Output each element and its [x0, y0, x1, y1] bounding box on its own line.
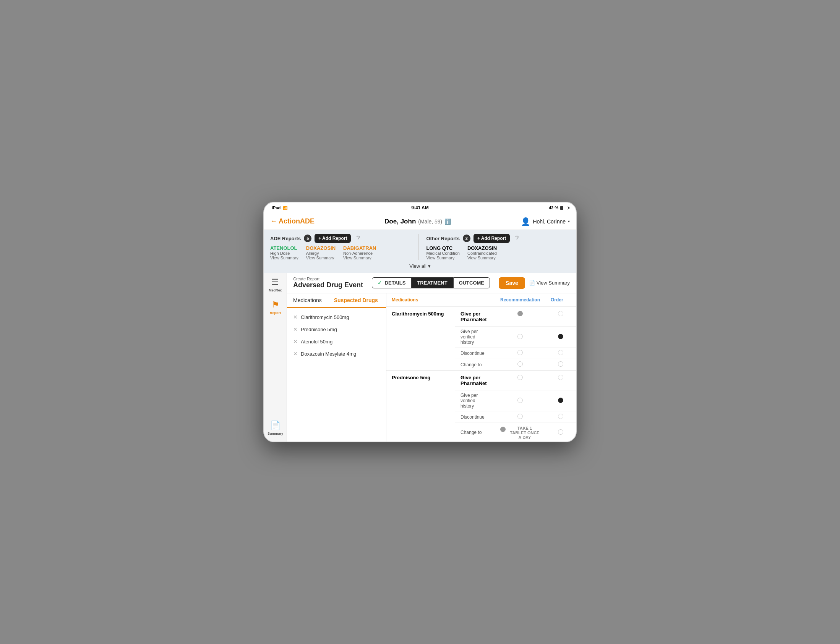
rec-radio-cell	[495, 411, 545, 423]
option-label: Change to	[455, 423, 495, 442]
back-arrow-icon: ←	[270, 217, 277, 225]
order-radio-cell	[545, 390, 576, 411]
report-header: Create Report Adversed Drug Event ✓ DETA…	[287, 273, 576, 293]
drug-name-atenolol: ATENOLOL	[270, 245, 298, 251]
treatment-table: Medications Recommmedation Order Clarith…	[386, 293, 576, 442]
battery-percent: 42 %	[549, 205, 558, 210]
rec-radio[interactable]	[517, 375, 523, 380]
list-item: ATENOLOL High Dose View Summary	[270, 245, 298, 260]
report-panel: Create Report Adversed Drug Event ✓ DETA…	[287, 273, 576, 442]
order-radio[interactable]	[558, 334, 563, 339]
tab-treatment-label: TREATMENT	[417, 280, 447, 286]
view-summary-link[interactable]: View Summary	[343, 256, 376, 260]
list-item: ✕ Doxazosin Mesylate 4mg	[287, 348, 386, 360]
tab-outcome-label: OUTCOME	[459, 280, 484, 286]
order-radio[interactable]	[558, 429, 563, 435]
med-name: Clarithromycin 500mg	[301, 314, 349, 320]
order-radio[interactable]	[558, 361, 563, 367]
view-summary-link[interactable]: View Summary	[468, 256, 497, 260]
tab-details[interactable]: ✓ DETAILS	[372, 277, 411, 288]
app-header: ← ActionADE Doe, John (Male, 59) ℹ️ 👤 Ho…	[264, 213, 576, 230]
list-item: DOXAZOSIN Contraindicated View Summary	[468, 245, 497, 260]
sidebar-item-report[interactable]: ⚑ Report	[270, 300, 281, 315]
view-summary-link[interactable]: View Summary	[270, 256, 298, 260]
list-item: LONG QTC Medical Condition View Summary	[427, 245, 460, 260]
order-radio-cell	[545, 307, 576, 327]
ade-reports-list: ATENOLOL High Dose View Summary DOXAZOSI…	[270, 245, 411, 260]
rec-radio-cell	[495, 390, 545, 411]
tab-outcome[interactable]: OUTCOME	[453, 277, 490, 288]
view-summary-link[interactable]: View Summary	[427, 256, 460, 260]
user-menu[interactable]: 👤 Hohl, Corinne ▾	[521, 217, 570, 226]
remove-med-button[interactable]: ✕	[293, 314, 298, 320]
view-all-chevron-icon: ▾	[428, 263, 431, 269]
other-reports-section: Other Reports 2 + Add Report ? LONG QTC …	[423, 234, 570, 260]
rec-radio-cell	[495, 348, 545, 359]
add-other-report-button[interactable]: + Add Report	[473, 234, 510, 243]
sidebar-item-medrec[interactable]: ☰ MedRec	[268, 277, 282, 292]
sidebar-report-label: Report	[270, 311, 281, 315]
ade-badge: 5	[304, 235, 311, 242]
other-reports-list: LONG QTC Medical Condition View Summary …	[427, 245, 567, 260]
order-radio[interactable]	[558, 375, 563, 380]
chevron-down-icon: ▾	[568, 219, 570, 223]
change-to-text: TAKE 1 TABLET ONCE A DAY	[509, 426, 540, 440]
rec-radio[interactable]	[517, 334, 523, 339]
option-label: Give per PharmaNet	[455, 307, 495, 327]
order-radio[interactable]	[558, 414, 563, 419]
other-help-icon[interactable]: ?	[515, 235, 519, 242]
med-tabs: Medications Suspected Drugs	[287, 293, 386, 308]
view-summary-button[interactable]: 📄 View Summary	[529, 280, 570, 286]
list-item: DABIGATRAN Non-Adherence View Summary	[343, 245, 376, 260]
other-section-header: Other Reports 2 + Add Report ?	[427, 234, 567, 243]
medrec-icon: ☰	[271, 277, 279, 287]
drug-row-clarithromycin: Clarithromycin 500mg Give per PharmaNet	[386, 307, 576, 327]
rec-radio[interactable]	[517, 398, 523, 403]
tab-details-label: DETAILS	[385, 280, 406, 286]
tab-suspected-drugs[interactable]: Suspected Drugs	[328, 293, 384, 308]
remove-med-button[interactable]: ✕	[293, 338, 298, 345]
check-icon: ✓	[377, 280, 382, 286]
back-button[interactable]: ← ActionADE	[270, 217, 315, 225]
order-radio[interactable]	[558, 311, 563, 316]
tab-treatment[interactable]: TREATMENT	[411, 277, 453, 288]
status-time: 9:41 AM	[411, 205, 429, 210]
add-ade-report-button[interactable]: + Add Report	[315, 234, 351, 243]
remove-med-button[interactable]: ✕	[293, 326, 298, 332]
drug-name-doxazosin2: DOXAZOSIN	[468, 245, 497, 251]
rec-radio-cell	[495, 371, 545, 390]
main-content: ☰ MedRec ⚑ Report 📄 Summary Create Repor…	[264, 273, 576, 442]
view-all-button[interactable]: View all ▾	[270, 263, 570, 269]
status-left: iPad 📶	[272, 205, 287, 210]
order-radio[interactable]	[558, 350, 563, 355]
status-bar: iPad 📶 9:41 AM 42 %	[264, 202, 576, 213]
rec-radio-cell: TAKE 1 TABLET ONCE A DAY	[495, 423, 545, 442]
save-button[interactable]: Save	[499, 277, 525, 289]
ade-reports-section: ADE Reports 5 + Add Report ? ATENOLOL Hi…	[270, 234, 419, 260]
drug-name-cell: Clarithromycin 500mg	[386, 307, 455, 371]
rec-radio[interactable]	[517, 311, 523, 316]
other-section-title: Other Reports	[427, 236, 460, 242]
info-icon[interactable]: ℹ️	[445, 219, 451, 225]
sidebar-item-summary[interactable]: 📄 Summary	[267, 421, 283, 442]
col-header-recommendation: Recommmedation	[495, 293, 545, 307]
device-frame: iPad 📶 9:41 AM 42 % ← ActionADE Doe, Joh…	[263, 202, 577, 442]
option-label: Change to	[455, 359, 495, 371]
rec-radio[interactable]	[517, 414, 523, 419]
view-summary-link[interactable]: View Summary	[306, 256, 336, 260]
doc-icon: 📄	[529, 280, 535, 286]
rec-radio[interactable]	[517, 361, 523, 367]
patient-info: Doe, John (Male, 59) ℹ️	[384, 218, 451, 225]
rec-radio-cell	[495, 307, 545, 327]
rec-radio[interactable]	[517, 350, 523, 355]
report-title: Adversed Drug Event	[293, 281, 363, 289]
ade-help-icon[interactable]: ?	[356, 235, 360, 242]
report-title-section: Create Report Adversed Drug Event	[293, 276, 363, 289]
tab-medications[interactable]: Medications	[287, 293, 328, 307]
view-summary-label: View Summary	[537, 280, 570, 286]
rec-radio[interactable]	[500, 427, 506, 432]
order-radio[interactable]	[558, 398, 563, 403]
remove-med-button[interactable]: ✕	[293, 351, 298, 357]
user-avatar-icon: 👤	[521, 217, 530, 226]
report-tabs: ✓ DETAILS TREATMENT OUTCOME	[372, 277, 490, 288]
